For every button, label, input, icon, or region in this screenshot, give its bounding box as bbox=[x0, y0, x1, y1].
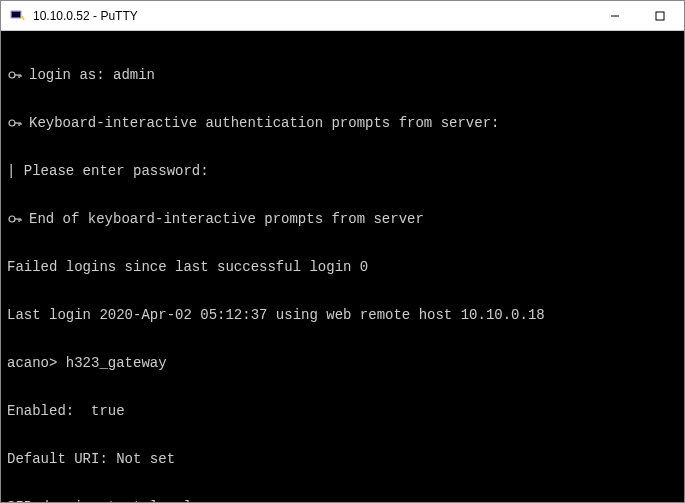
terminal-line: Last login 2020-Apr-02 05:12:37 using we… bbox=[7, 307, 678, 323]
terminal-text: login as: admin bbox=[29, 67, 155, 83]
svg-point-13 bbox=[9, 216, 15, 222]
titlebar[interactable]: 10.10.0.52 - PuTTY bbox=[1, 1, 684, 31]
terminal-line: Keyboard-interactive authentication prom… bbox=[7, 115, 678, 131]
terminal-text: Keyboard-interactive authentication prom… bbox=[29, 115, 499, 131]
terminal-line: login as: admin bbox=[7, 67, 678, 83]
svg-point-5 bbox=[9, 72, 15, 78]
terminal-line: Enabled: true bbox=[7, 403, 678, 419]
terminal-line: SIP domain: test.local bbox=[7, 499, 678, 502]
maximize-button[interactable] bbox=[637, 1, 682, 30]
terminal-line: acano> h323_gateway bbox=[7, 355, 678, 371]
key-icon bbox=[7, 212, 23, 226]
svg-line-2 bbox=[22, 16, 24, 20]
terminal-line: End of keyboard-interactive prompts from… bbox=[7, 211, 678, 227]
terminal-text: End of keyboard-interactive prompts from… bbox=[29, 211, 424, 227]
minimize-button[interactable] bbox=[592, 1, 637, 30]
terminal-line: | Please enter password: bbox=[7, 163, 678, 179]
svg-point-9 bbox=[9, 120, 15, 126]
terminal-line: Failed logins since last successful logi… bbox=[7, 259, 678, 275]
svg-rect-4 bbox=[656, 12, 664, 20]
terminal-line: Default URI: Not set bbox=[7, 451, 678, 467]
key-icon bbox=[7, 68, 23, 82]
svg-rect-1 bbox=[12, 12, 20, 17]
putty-icon bbox=[9, 8, 25, 24]
key-icon bbox=[7, 116, 23, 130]
window-title: 10.10.0.52 - PuTTY bbox=[33, 9, 592, 23]
window-controls bbox=[592, 1, 682, 30]
putty-window: 10.10.0.52 - PuTTY login as: admin Keybo… bbox=[0, 0, 685, 503]
terminal-output[interactable]: login as: admin Keyboard-interactive aut… bbox=[1, 31, 684, 502]
